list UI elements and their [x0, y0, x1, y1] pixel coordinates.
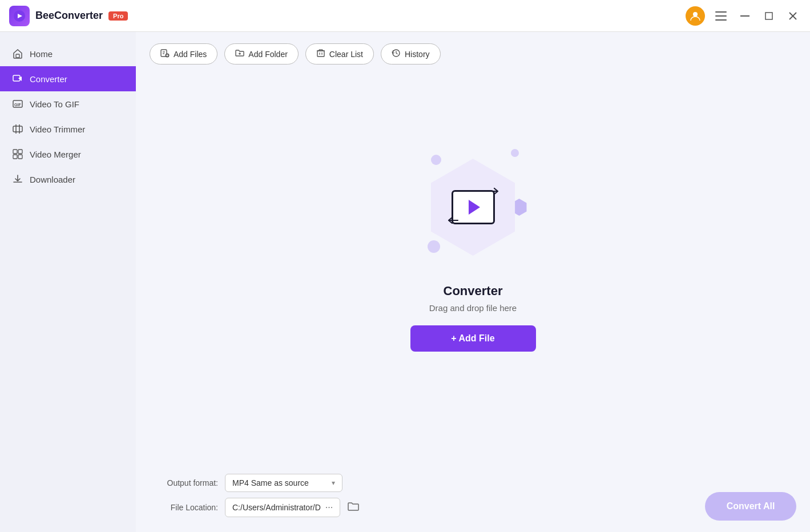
- convert-icon: [448, 184, 499, 230]
- sidebar: Home Converter GIF Video To GIF: [0, 32, 136, 532]
- svg-rect-7: [765, 13, 772, 19]
- clear-list-icon: [316, 49, 325, 59]
- output-format-select[interactable]: MP4 Same as source ▾: [225, 474, 342, 492]
- file-location-row: File Location: C:/Users/Administrator/D …: [150, 498, 796, 517]
- video-merger-icon: [11, 148, 24, 160]
- content-area: Add Files Add Folder: [136, 32, 810, 532]
- toolbar: Add Files Add Folder: [150, 43, 796, 65]
- video-frame: [452, 190, 495, 224]
- svg-text:GIF: GIF: [14, 103, 21, 107]
- app-logo: [9, 6, 30, 26]
- drop-zone[interactable]: Converter Drag and drop file here + Add …: [150, 65, 796, 466]
- output-format-value: MP4 Same as source: [232, 478, 309, 487]
- converter-icon: [11, 72, 24, 85]
- add-folder-icon: [235, 49, 244, 59]
- app-name: BeeConverter: [35, 10, 103, 22]
- bubble-2: [511, 149, 519, 157]
- svg-rect-5: [715, 19, 727, 21]
- close-button[interactable]: [785, 8, 801, 24]
- home-icon: [11, 47, 24, 60]
- play-triangle: [469, 200, 480, 215]
- sidebar-item-video-to-gif[interactable]: GIF Video To GIF: [0, 91, 136, 116]
- more-options-button[interactable]: ···: [325, 502, 333, 513]
- drop-illustration: [410, 144, 536, 270]
- sidebar-item-gif-label: Video To GIF: [30, 99, 79, 109]
- bottom-bar: Output format: MP4 Same as source ▾ File…: [150, 466, 796, 532]
- sidebar-item-converter-label: Converter: [30, 74, 67, 84]
- chevron-down-icon: ▾: [332, 479, 335, 487]
- title-bar-right: [686, 6, 801, 26]
- convert-all-button[interactable]: Convert All: [705, 492, 796, 521]
- sidebar-item-downloader[interactable]: Downloader: [0, 167, 136, 192]
- svg-rect-21: [18, 155, 22, 159]
- svg-point-2: [693, 12, 698, 17]
- main-layout: Home Converter GIF Video To GIF: [0, 32, 810, 532]
- add-folder-label: Add Folder: [248, 50, 287, 59]
- svg-rect-10: [16, 54, 19, 58]
- arrow-right-icon: [486, 186, 499, 199]
- svg-rect-18: [13, 150, 17, 154]
- sidebar-item-downloader-label: Downloader: [30, 175, 75, 184]
- svg-rect-20: [13, 155, 17, 159]
- clear-list-button[interactable]: Clear List: [305, 43, 374, 65]
- history-label: History: [405, 50, 430, 59]
- file-location-input[interactable]: C:/Users/Administrator/D ···: [225, 498, 340, 517]
- svg-rect-30: [317, 51, 324, 57]
- svg-rect-15: [13, 126, 22, 132]
- output-format-label: Output format:: [150, 478, 218, 487]
- sidebar-item-converter[interactable]: Converter: [0, 66, 136, 91]
- sidebar-item-video-trimmer[interactable]: Video Trimmer: [0, 116, 136, 142]
- file-location-label: File Location:: [150, 503, 218, 512]
- menu-button[interactable]: [713, 8, 729, 24]
- file-location-value: C:/Users/Administrator/D: [232, 503, 321, 512]
- sidebar-item-trimmer-label: Video Trimmer: [30, 124, 85, 134]
- add-file-button[interactable]: + Add File: [410, 325, 536, 352]
- user-avatar[interactable]: [686, 6, 705, 26]
- svg-rect-6: [740, 15, 749, 17]
- title-bar: BeeConverter Pro: [0, 0, 810, 32]
- convert-all-area: Convert All: [705, 492, 796, 521]
- add-files-button[interactable]: Add Files: [150, 43, 217, 65]
- svg-rect-19: [18, 150, 22, 154]
- sidebar-item-merger-label: Video Merger: [30, 150, 81, 159]
- history-icon: [392, 49, 401, 59]
- history-button[interactable]: History: [381, 43, 441, 65]
- add-files-label: Add Files: [174, 50, 207, 59]
- svg-rect-3: [715, 11, 727, 13]
- maximize-button[interactable]: [761, 8, 777, 24]
- add-folder-button[interactable]: Add Folder: [224, 43, 298, 65]
- output-format-row: Output format: MP4 Same as source ▾: [150, 474, 796, 492]
- video-to-gif-icon: GIF: [11, 98, 24, 110]
- sidebar-item-home[interactable]: Home: [0, 41, 136, 66]
- drop-subtitle: Drag and drop file here: [429, 303, 517, 313]
- add-files-icon: [160, 49, 170, 59]
- arrow-left-icon: [448, 215, 460, 228]
- drop-title: Converter: [444, 284, 503, 299]
- title-bar-left: BeeConverter Pro: [9, 6, 128, 26]
- sidebar-item-video-merger[interactable]: Video Merger: [0, 142, 136, 167]
- sidebar-item-home-label: Home: [30, 49, 53, 59]
- clear-list-label: Clear List: [329, 50, 363, 59]
- minimize-button[interactable]: [737, 8, 753, 24]
- pro-badge: Pro: [108, 11, 128, 21]
- downloader-icon: [11, 173, 24, 186]
- open-folder-button[interactable]: [347, 501, 360, 515]
- video-trimmer-icon: [11, 123, 24, 135]
- svg-rect-4: [715, 15, 727, 17]
